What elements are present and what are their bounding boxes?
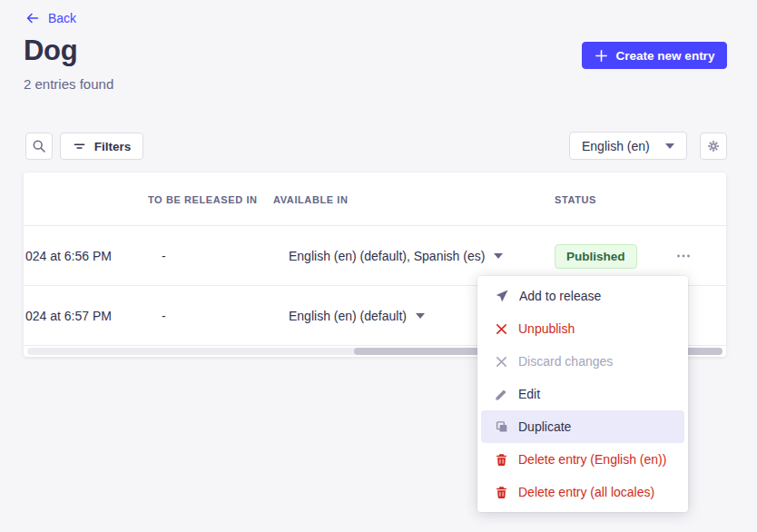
more-dots-icon [676,254,691,258]
cell-to-be-released-in: - [162,226,166,286]
locale-select[interactable]: English (en) [569,132,687,160]
menu-item-unpublish[interactable]: Unpublish [481,312,684,345]
cell-available-in[interactable]: English (en) (default), Spanish (es) [289,226,503,286]
table-header-row: TO BE RELEASED IN AVAILABLE IN STATUS [24,172,726,226]
filters-button[interactable]: Filters [60,133,143,160]
status-badge: Published [555,244,637,269]
column-header-to-be-released-in[interactable]: TO BE RELEASED IN [148,172,258,226]
menu-item-label: Delete entry (all locales) [518,485,654,499]
cell-updated-date: 024 at 6:56 PM [25,226,112,286]
back-arrow-icon [25,11,40,25]
search-button[interactable] [25,133,53,160]
menu-item-edit[interactable]: Edit [481,378,684,410]
cell-updated-date: 024 at 6:57 PM [25,286,112,346]
cross-icon [495,355,508,369]
locale-selected-value: English (en) [582,139,650,153]
page-title: Dog [24,34,77,67]
menu-item-discard-changes[interactable]: Discard changes [481,345,684,378]
search-icon [32,139,46,153]
chevron-down-icon [494,253,503,259]
menu-item-add-to-release[interactable]: Add to release [481,280,684,312]
column-header-status[interactable]: STATUS [555,172,596,226]
menu-item-delete-entry-all-locales[interactable]: Delete entry (all locales) [481,476,684,508]
back-link[interactable]: Back [25,11,76,25]
gear-icon [706,139,721,153]
create-new-entry-label: Create new entry [616,49,715,63]
filter-icon [73,140,86,153]
menu-item-duplicate[interactable]: Duplicate [481,410,684,443]
cell-to-be-released-in: - [162,286,166,346]
menu-item-label: Discard changes [518,354,613,369]
duplicate-icon [495,420,508,434]
back-label: Back [48,11,76,25]
menu-item-label: Add to release [519,289,601,303]
cell-available-in[interactable]: English (en) (default) [289,286,425,346]
send-icon [495,289,509,303]
row-actions-menu: Add to release Unpublish Discard changes… [477,276,688,512]
chevron-down-icon [665,143,674,149]
menu-item-label: Edit [518,387,540,401]
entries-count: 2 entries found [24,76,113,92]
available-locales-text: English (en) (default), Spanish (es) [289,249,485,263]
trash-icon [495,453,508,467]
create-new-entry-button[interactable]: Create new entry [582,42,727,69]
entries-list-page: { "page": { "back_label": "Back", "title… [0,0,757,532]
settings-button[interactable] [700,133,727,160]
available-locales-text: English (en) (default) [289,309,407,323]
menu-item-label: Delete entry (English (en)) [518,452,666,467]
menu-item-delete-entry-locale[interactable]: Delete entry (English (en)) [481,443,684,476]
chevron-down-icon [416,313,425,319]
plus-icon [595,49,608,63]
column-header-available-in[interactable]: AVAILABLE IN [273,172,349,226]
cross-icon [495,322,508,336]
pencil-icon [495,388,508,401]
trash-icon [495,486,508,499]
menu-item-label: Unpublish [518,321,575,336]
filters-label: Filters [94,140,132,153]
menu-item-label: Duplicate [518,419,571,434]
